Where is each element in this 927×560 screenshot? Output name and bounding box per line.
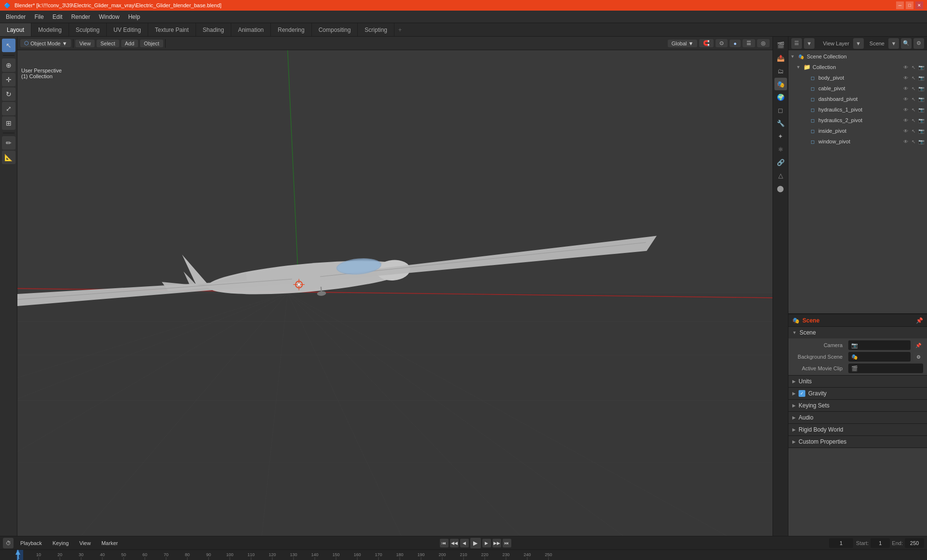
playback-menu[interactable]: Playback <box>16 539 46 547</box>
audio-section-header[interactable]: ▶ Audio <box>788 412 927 423</box>
prev-keyframe-button[interactable]: ◀◀ <box>450 539 459 547</box>
outliner-search-icon[interactable]: 🔍 <box>901 38 912 49</box>
movie-clip-value[interactable]: 🎬 <box>848 364 923 373</box>
props-pin-icon[interactable]: 📌 <box>916 317 923 324</box>
gravity-checkbox[interactable]: ✓ <box>799 390 805 397</box>
body-pivot-render-icon[interactable]: 📷 <box>917 75 925 81</box>
outliner-body-pivot[interactable]: ◻ body_pivot 👁 ↖ 📷 <box>788 72 927 83</box>
hydraulics1-pivot-select-icon[interactable]: ↖ <box>910 107 917 112</box>
snap-toggle[interactable]: 🧲 <box>699 39 714 47</box>
scene-props-icon[interactable]: 🎭 <box>774 78 787 90</box>
material-props-icon[interactable]: ⬤ <box>774 182 787 195</box>
window-pivot-render-icon[interactable]: 📷 <box>917 139 925 144</box>
rigid-body-section-header[interactable]: ▶ Rigid Body World <box>788 424 927 435</box>
object-props-icon[interactable]: ◻ <box>774 104 787 116</box>
viewport-shading[interactable]: ● <box>730 40 741 47</box>
menu-render[interactable]: Render <box>67 13 94 21</box>
outliner-cable-pivot[interactable]: ◻ cable_pivot 👁 ↖ 📷 <box>788 83 927 94</box>
menu-help[interactable]: Help <box>124 13 144 21</box>
collection-eye-icon[interactable]: 👁 <box>902 65 910 70</box>
window-pivot-eye-icon[interactable]: 👁 <box>902 139 910 144</box>
scale-tool-button[interactable]: ⤢ <box>2 102 15 115</box>
view-menu[interactable]: View <box>75 40 95 47</box>
scene-dropdown[interactable]: ▼ <box>888 38 899 49</box>
dashboard-pivot-select-icon[interactable]: ↖ <box>910 97 917 102</box>
outliner-filter2-icon[interactable]: ⚙ <box>913 38 924 49</box>
add-menu[interactable]: Add <box>121 40 139 47</box>
cable-pivot-select-icon[interactable]: ↖ <box>910 86 917 91</box>
outliner-hydraulics1-pivot[interactable]: ◻ hydraulics_1_pivot 👁 ↖ 📷 <box>788 104 927 115</box>
marker-menu[interactable]: Marker <box>98 539 122 547</box>
cable-pivot-eye-icon[interactable]: 👁 <box>902 86 910 91</box>
particles-props-icon[interactable]: ✦ <box>774 130 787 142</box>
hydraulics2-pivot-eye-icon[interactable]: 👁 <box>902 118 910 123</box>
inside-pivot-eye-icon[interactable]: 👁 <box>902 128 910 134</box>
collection-render-icon[interactable]: 📷 <box>917 65 925 70</box>
inside-pivot-render-icon[interactable]: 📷 <box>917 128 925 134</box>
object-mode-dropdown[interactable]: ⬡ Object Mode ▼ <box>20 39 71 47</box>
collection-select-icon[interactable]: ↖ <box>910 65 917 70</box>
tab-modeling[interactable]: Modeling <box>31 23 69 36</box>
prev-frame-button[interactable]: ◀ <box>460 539 469 547</box>
outliner-hydraulics2-pivot[interactable]: ◻ hydraulics_2_pivot 👁 ↖ 📷 <box>788 115 927 126</box>
tab-layout[interactable]: Layout <box>0 23 31 36</box>
outliner-menu-icon[interactable]: ☰ <box>791 38 802 49</box>
cable-pivot-render-icon[interactable]: 📷 <box>917 86 925 91</box>
window-controls[interactable]: ─ □ ✕ <box>896 1 923 9</box>
annotate-tool-button[interactable]: ✏ <box>2 136 15 150</box>
select-menu[interactable]: Select <box>97 40 119 47</box>
world-props-icon[interactable]: 🌍 <box>774 91 787 103</box>
global-transform-btn[interactable]: Global ▼ <box>668 40 698 47</box>
menu-file[interactable]: File <box>30 13 47 21</box>
render-props-icon[interactable]: 🎬 <box>774 39 787 51</box>
view-menu-timeline[interactable]: View <box>75 539 95 547</box>
body-pivot-eye-icon[interactable]: 👁 <box>902 75 910 81</box>
physics-props-icon[interactable]: ⚛ <box>774 143 787 155</box>
viewport[interactable]: ⬡ Object Mode ▼ View Select Add Object G… <box>17 37 772 536</box>
timeline-ruler[interactable]: 1 10 20 30 40 50 60 70 80 90 100 110 120… <box>0 549 927 560</box>
overlay-toggle[interactable]: ☰ <box>743 39 755 47</box>
scene-canvas[interactable]: X Y Z ⊞ ☰ <box>17 50 772 536</box>
next-keyframe-button[interactable]: ▶▶ <box>492 539 501 547</box>
outliner-dashboard-pivot[interactable]: ◻ dashboard_pivot 👁 ↖ 📷 <box>788 94 927 104</box>
outliner-inside-pivot[interactable]: ◻ inside_pivot 👁 ↖ 📷 <box>788 126 927 136</box>
move-tool-button[interactable]: ✛ <box>2 73 15 86</box>
tab-shading[interactable]: Shading <box>196 23 231 36</box>
hydraulics1-pivot-render-icon[interactable]: 📷 <box>917 107 925 112</box>
keying-sets-section-header[interactable]: ▶ Keying Sets <box>788 400 927 411</box>
jump-start-button[interactable]: ⏮ <box>440 539 449 547</box>
measure-tool-button[interactable]: 📐 <box>2 151 15 164</box>
xray-toggle[interactable]: ◎ <box>757 39 770 47</box>
close-button[interactable]: ✕ <box>915 1 923 9</box>
view-layer-props-icon[interactable]: 🗂 <box>774 65 787 77</box>
camera-value[interactable]: 📷 <box>848 340 911 350</box>
start-frame-input[interactable]: 1 <box>871 538 890 548</box>
constraints-props-icon[interactable]: 🔗 <box>774 156 787 168</box>
play-button[interactable]: ▶ <box>470 538 481 548</box>
menu-blender[interactable]: Blender <box>2 13 29 21</box>
inside-pivot-select-icon[interactable]: ↖ <box>910 128 917 134</box>
keying-menu[interactable]: Keying <box>49 539 73 547</box>
bg-scene-btn[interactable]: ⚙ <box>913 352 923 362</box>
menu-window[interactable]: Window <box>95 13 124 21</box>
tab-scripting[interactable]: Scripting <box>358 23 394 36</box>
transform-tool-button[interactable]: ⊞ <box>2 116 15 130</box>
jump-end-button[interactable]: ⏭ <box>503 539 511 547</box>
camera-pin-btn[interactable]: 📌 <box>913 340 923 350</box>
tab-compositing[interactable]: Compositing <box>312 23 358 36</box>
current-frame-input[interactable]: 1 <box>829 538 853 548</box>
end-frame-input[interactable]: 250 <box>905 538 924 548</box>
maximize-button[interactable]: □ <box>906 1 913 9</box>
dashboard-pivot-render-icon[interactable]: 📷 <box>917 97 925 102</box>
outliner-filter-icon[interactable]: ▼ <box>804 38 815 49</box>
scene-section-header[interactable]: ▼ Scene <box>788 327 927 338</box>
data-props-icon[interactable]: △ <box>774 169 787 182</box>
window-pivot-select-icon[interactable]: ↖ <box>910 139 917 144</box>
next-frame-button[interactable]: ▶ <box>482 539 491 547</box>
timeline-editor-icon[interactable]: ⏱ <box>3 538 14 548</box>
body-pivot-select-icon[interactable]: ↖ <box>910 75 917 81</box>
hydraulics2-pivot-select-icon[interactable]: ↖ <box>910 118 917 123</box>
gravity-section-header[interactable]: ▶ ✓ Gravity <box>788 388 927 399</box>
select-tool-button[interactable]: ↖ <box>2 39 15 52</box>
background-scene-value[interactable]: 🎭 <box>848 352 911 362</box>
